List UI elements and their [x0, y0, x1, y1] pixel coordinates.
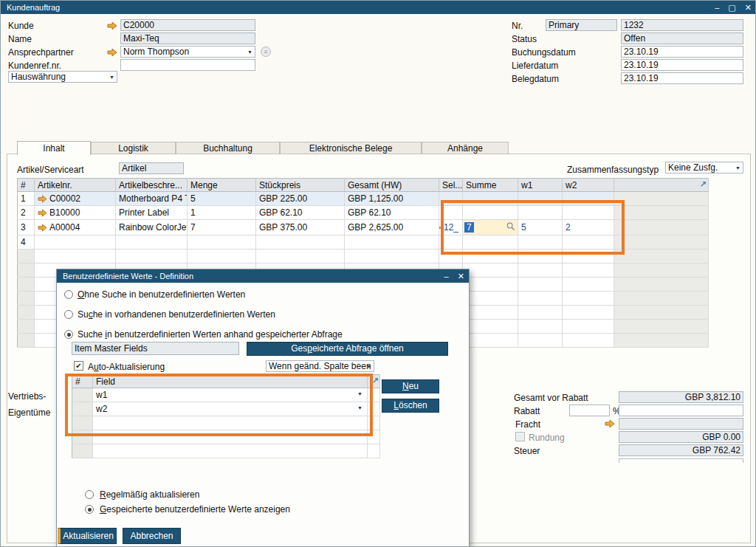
row-number-cell[interactable] [72, 444, 93, 458]
empty-cell[interactable] [439, 250, 463, 264]
minimize-icon[interactable]: – [715, 1, 719, 14]
w1-cell[interactable] [518, 206, 563, 220]
menge-cell[interactable]: 5 [188, 192, 256, 206]
tab-elektronische-belege[interactable]: Elektronische Belege [280, 142, 422, 154]
expand-table-icon[interactable]: ↗ [372, 376, 379, 385]
empty-cell[interactable] [93, 416, 368, 430]
inline-edit-field[interactable]: 7 [463, 220, 518, 235]
column-header-menge[interactable]: Menge [188, 179, 256, 192]
column-header-summe[interactable]: Summe [463, 179, 518, 192]
empty-cell[interactable] [463, 278, 518, 292]
empty-cell[interactable] [463, 250, 518, 264]
w2-cell[interactable] [563, 206, 614, 220]
column-header-artikelnr[interactable]: Artikelnr. [35, 179, 116, 192]
link-arrow-icon[interactable] [38, 195, 47, 203]
empty-cell[interactable] [518, 334, 563, 348]
auto-refresh-label[interactable]: Auto-Aktualisierung [88, 362, 165, 372]
dialog-titlebar[interactable]: Benutzerdefinierte Werte - Definition [57, 269, 469, 283]
empty-cell[interactable] [563, 306, 614, 320]
empty-cell[interactable] [518, 264, 563, 278]
tab-logistik[interactable]: Logistik [91, 142, 176, 154]
empty-cell[interactable] [188, 250, 256, 264]
chevron-down-icon[interactable]: ▼ [109, 75, 114, 80]
radio-gespeicherte-anzeigen[interactable] [85, 505, 94, 514]
contact-list-icon[interactable]: ≡ [261, 47, 271, 57]
link-arrow-icon[interactable] [38, 209, 47, 217]
magnifier-icon[interactable] [506, 222, 515, 233]
empty-cell[interactable] [563, 320, 614, 334]
radio-suche-abfrage-label[interactable]: Suche in benutzerdefinierten Werten anha… [78, 329, 343, 340]
close-icon[interactable]: ✕ [458, 269, 464, 283]
artikel-serviceart-field[interactable]: Artikel [119, 162, 184, 174]
w1-cell[interactable] [518, 235, 563, 250]
sel-cell[interactable] [439, 192, 463, 206]
tab-anhaenge[interactable]: Anhänge [422, 142, 509, 154]
column-header-num[interactable]: # [72, 375, 93, 388]
column-header-beschreibung[interactable]: Artikelbeschre... [116, 179, 188, 192]
ansprechpartner-combo[interactable]: Norm Thompson ▼ [120, 46, 255, 58]
menge-cell[interactable] [188, 235, 256, 250]
radio-ohne-suche-label[interactable]: Ohne Suche in benutzerdefinierten Werten [78, 289, 245, 300]
link-arrow-icon[interactable] [107, 21, 117, 30]
row-number-cell[interactable] [18, 278, 35, 292]
empty-cell[interactable] [518, 292, 563, 306]
empty-cell[interactable] [35, 250, 116, 264]
rabatt-percent-input[interactable] [569, 405, 610, 416]
artikelnr-cell[interactable]: A00004 [35, 220, 116, 235]
field-dropdown-w2[interactable]: w2▼ [93, 402, 368, 416]
gesamt-cell[interactable]: GBP 2,625.00 [345, 220, 439, 235]
stueckpreis-cell[interactable]: GBP 375.00 [256, 220, 345, 235]
chevron-down-icon[interactable]: ▼ [366, 364, 371, 370]
nr-value-field[interactable]: 1232 [621, 19, 743, 31]
empty-cell[interactable] [563, 292, 614, 306]
tab-inhalt[interactable]: Inhalt [17, 141, 91, 155]
empty-cell[interactable] [518, 306, 563, 320]
chevron-down-icon[interactable]: ▼ [247, 49, 252, 55]
minimize-icon[interactable]: – [444, 269, 449, 283]
w1-cell[interactable]: 5 [518, 220, 563, 235]
row-number-cell[interactable]: 3 [18, 220, 35, 235]
sel-cell[interactable] [439, 206, 463, 220]
row-number-cell[interactable] [72, 402, 93, 416]
tab-buchhaltung[interactable]: Buchhaltung [176, 142, 280, 154]
nr-series-field[interactable]: Primary [546, 19, 617, 31]
chevron-down-icon[interactable]: ▼ [357, 391, 362, 397]
empty-cell[interactable] [93, 430, 368, 444]
rundung-checkbox[interactable] [515, 432, 525, 441]
empty-cell[interactable] [93, 444, 368, 458]
cancel-button[interactable]: Abbrechen [123, 528, 181, 544]
column-header-w1[interactable]: w1 [518, 179, 563, 192]
column-header-num[interactable]: # [18, 179, 35, 192]
link-arrow-icon[interactable] [107, 48, 117, 57]
beschreibung-cell[interactable]: Rainbow ColorJet [116, 220, 188, 235]
empty-cell[interactable] [463, 320, 518, 334]
zusammenfassungstyp-dropdown[interactable]: Keine Zusfg. ▼ [665, 162, 743, 173]
sel-cell[interactable] [439, 235, 463, 250]
stueckpreis-cell[interactable]: GBP 62.10 [256, 206, 345, 220]
open-saved-query-button[interactable]: Gespeicherte Abfrage öffnen [247, 342, 448, 356]
radio-suche-vorhanden[interactable] [64, 310, 73, 319]
kunde-field[interactable]: C20000 [120, 19, 255, 31]
artikelnr-cell[interactable]: C00002 [35, 192, 116, 206]
radio-regelmaessig-label[interactable]: Regelmäßig aktualisieren [100, 489, 199, 500]
empty-cell[interactable] [463, 334, 518, 348]
row-number-cell[interactable] [18, 264, 35, 278]
delete-button[interactable]: Löschen [382, 399, 439, 413]
link-arrow-icon[interactable] [605, 419, 615, 428]
empty-cell[interactable] [463, 306, 518, 320]
w2-cell[interactable] [563, 192, 614, 206]
empty-cell[interactable] [563, 334, 614, 348]
stueckpreis-cell[interactable]: GBP 225.00 [256, 192, 345, 206]
belegdatum-input[interactable]: 23.10.19 [621, 72, 743, 84]
link-arrow-icon[interactable] [38, 224, 47, 232]
row-number-cell[interactable]: 4 [18, 235, 35, 250]
column-header-gesamt[interactable]: Gesamt (HW) [345, 179, 439, 192]
sel-cell[interactable]: 12_ [439, 220, 463, 235]
column-header-w2[interactable]: w2 [563, 179, 614, 192]
window-titlebar[interactable]: Kundenauftrag [1, 1, 755, 14]
w2-cell[interactable]: 2 [563, 220, 614, 235]
menge-cell[interactable]: 7 [188, 220, 256, 235]
summe-edit-cell[interactable]: 7 [463, 220, 518, 235]
row-number-cell[interactable] [72, 430, 93, 444]
w2-cell[interactable] [563, 235, 614, 250]
